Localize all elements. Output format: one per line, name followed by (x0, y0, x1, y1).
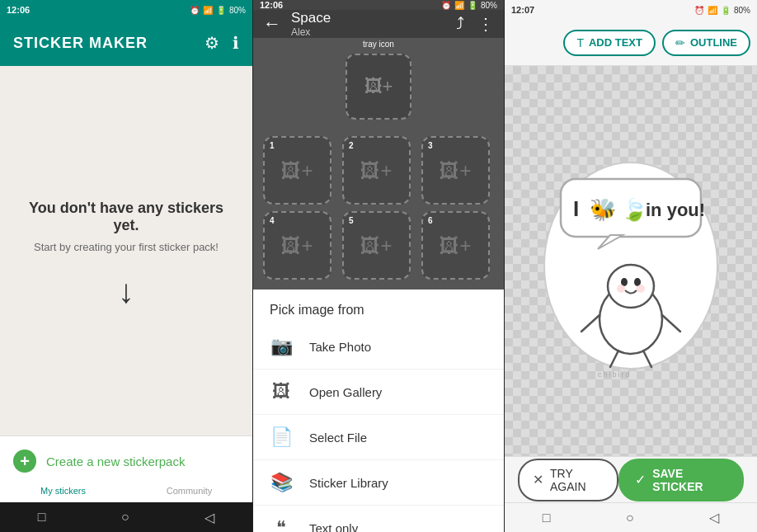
status-bar-2: 12:06 ⏰ 📶 🔋 80% (253, 0, 504, 10)
status-icons-3: ⏰ 📶 🔋 80% (694, 6, 750, 15)
pack-author: Alex (291, 26, 446, 38)
time-2: 12:06 (260, 0, 283, 10)
x-icon: ✕ (533, 472, 543, 487)
svg-point-12 (637, 285, 645, 293)
alarm-icon-3: ⏰ (694, 6, 704, 15)
time-1: 12:06 (7, 5, 30, 15)
pick-text-only[interactable]: ❝ Text only (253, 506, 504, 532)
check-icon: ✓ (635, 472, 646, 487)
outline-button[interactable]: ✏ OUTLINE (662, 30, 750, 56)
app-header: STICKER MAKER ⚙ ℹ (0, 20, 252, 66)
add-text-label: ADD TEXT (589, 36, 642, 49)
home-btn-1[interactable]: □ (38, 510, 46, 525)
info-icon[interactable]: ℹ (233, 33, 239, 53)
svg-point-8 (608, 265, 654, 308)
text-only-label: Text only (309, 521, 358, 533)
editor-bottom-bar: ✕ TRY AGAIN ✓ SAVE STICKER (505, 456, 757, 502)
sticker-preview: I 🐝 🍃 in you! (536, 154, 726, 369)
sticker-slot-4[interactable]: 4 🖼+ (263, 211, 331, 280)
sticker-slot-2[interactable]: 2 🖼+ (342, 136, 411, 205)
settings-icon[interactable]: ⚙ (205, 33, 219, 53)
status-bar-1: 12:06 ⏰ 📶 🔋 80% (0, 0, 252, 20)
battery-pct-3: 80% (734, 6, 750, 15)
sticker-library-label: Sticker Library (309, 476, 388, 490)
status-bar-3: 12:07 ⏰ 📶 🔋 80% (505, 0, 757, 20)
recent-btn-3[interactable]: ◁ (709, 510, 719, 525)
select-file-label: Select File (309, 431, 367, 445)
pick-take-photo[interactable]: 📷 Take Photo (253, 324, 504, 370)
empty-state: You don't have any stickers yet. Start b… (0, 66, 252, 456)
gallery-icon: 🖼 (270, 381, 293, 403)
add-text-button[interactable]: T ADD TEXT (563, 30, 656, 56)
battery-icon: 🔋 (216, 6, 226, 15)
sticker-canvas: I 🐝 🍃 in you! (505, 66, 757, 456)
back-button[interactable]: ← (263, 13, 281, 35)
svg-point-11 (617, 285, 625, 293)
sticker-slot-3[interactable]: 3 🖼+ (421, 136, 490, 205)
try-again-button[interactable]: ✕ TRY AGAIN (518, 459, 618, 501)
slot-add-1: 🖼+ (281, 159, 313, 182)
tray-label: tray icon (356, 38, 401, 50)
pick-open-gallery[interactable]: 🖼 Open Gallery (253, 370, 504, 415)
signal-icon-2: 📶 (454, 1, 464, 10)
panel-sticker-maker: 12:06 ⏰ 📶 🔋 80% STICKER MAKER ⚙ ℹ You do… (0, 0, 252, 532)
phone-nav-3: □ ○ ◁ (505, 502, 757, 532)
slot-number-6: 6 (428, 216, 433, 225)
alarm-icon-2: ⏰ (441, 1, 451, 10)
panel-space-pack: 12:06 ⏰ 📶 🔋 80% ← Space Alex ⤴ ⋮ tray ic… (252, 0, 505, 532)
arrow-down-icon: ↓ (118, 273, 134, 310)
svg-text:chibird: chibird (598, 370, 632, 377)
slot-number-4: 4 (270, 216, 275, 225)
sticker-slot-6[interactable]: 6 🖼+ (421, 211, 490, 280)
save-sticker-button[interactable]: ✓ SAVE STICKER (618, 459, 744, 501)
more-icon[interactable]: ⋮ (477, 14, 494, 34)
sticker-slot-5[interactable]: 5 🖼+ (342, 211, 411, 280)
pack-header: ← Space Alex ⤴ ⋮ (253, 10, 504, 38)
status-icons-1: ⏰ 📶 🔋 80% (190, 6, 246, 15)
try-again-label: TRY AGAIN (550, 467, 604, 493)
phone-nav-1: □ ○ ◁ (0, 502, 252, 532)
time-3: 12:07 (511, 5, 534, 15)
svg-text:in you!: in you! (646, 200, 705, 220)
empty-title: You don't have any stickers yet. (16, 200, 236, 234)
slot-add-4: 🖼+ (281, 234, 313, 257)
sticker-grid: 1 🖼+ 2 🖼+ 3 🖼+ 4 🖼+ 5 🖼+ 6 🖼+ (253, 126, 504, 290)
pack-info: Space Alex (291, 10, 446, 38)
nav-community-label: Community (167, 486, 213, 496)
slot-number-3: 3 (428, 141, 433, 150)
slot-number-1: 1 (270, 141, 275, 150)
svg-text:I: I (573, 196, 579, 221)
library-icon: 📚 (270, 472, 293, 493)
sticker-svg: I 🐝 🍃 in you! (536, 154, 726, 377)
recent-btn-1[interactable]: ◁ (205, 510, 214, 525)
svg-text:🐝: 🐝 (590, 196, 617, 223)
app-title: STICKER MAKER (13, 35, 148, 52)
camera-icon: 📷 (270, 336, 293, 357)
slot-add-2: 🖼+ (360, 159, 392, 182)
tray-slot[interactable]: 🖼+ (346, 54, 411, 120)
slot-add-3: 🖼+ (440, 159, 471, 182)
empty-subtitle: Start by creating your first sticker pac… (34, 241, 219, 253)
sticker-slot-1[interactable]: 1 🖼+ (263, 136, 331, 205)
take-photo-label: Take Photo (309, 340, 371, 354)
battery-icon-2: 🔋 (468, 1, 477, 10)
back-btn-3[interactable]: ○ (626, 511, 634, 525)
signal-icon: 📶 (203, 6, 213, 15)
create-label: Create a new stickerpack (46, 454, 185, 468)
home-btn-3[interactable]: □ (543, 511, 551, 525)
pick-title: Pick image from (253, 290, 504, 324)
header-icons: ⚙ ℹ (205, 33, 239, 53)
back-btn-1[interactable]: ○ (121, 510, 129, 525)
open-gallery-label: Open Gallery (309, 385, 382, 399)
battery-pct: 80% (229, 6, 246, 15)
slot-number-2: 2 (349, 141, 354, 150)
pick-sticker-library[interactable]: 📚 Sticker Library (253, 460, 504, 506)
text-only-icon: ❝ (270, 517, 293, 532)
pick-select-file[interactable]: 📄 Select File (253, 415, 504, 460)
share-icon[interactable]: ⤴ (456, 14, 464, 34)
pack-name: Space (291, 10, 446, 26)
panel-sticker-editor: 12:07 ⏰ 📶 🔋 80% T ADD TEXT ✏ OUTLINE (505, 0, 757, 532)
file-icon: 📄 (270, 426, 293, 448)
pack-header-actions: ⤴ ⋮ (456, 14, 494, 34)
create-stickerpack-button[interactable]: + Create a new stickerpack (0, 435, 252, 486)
